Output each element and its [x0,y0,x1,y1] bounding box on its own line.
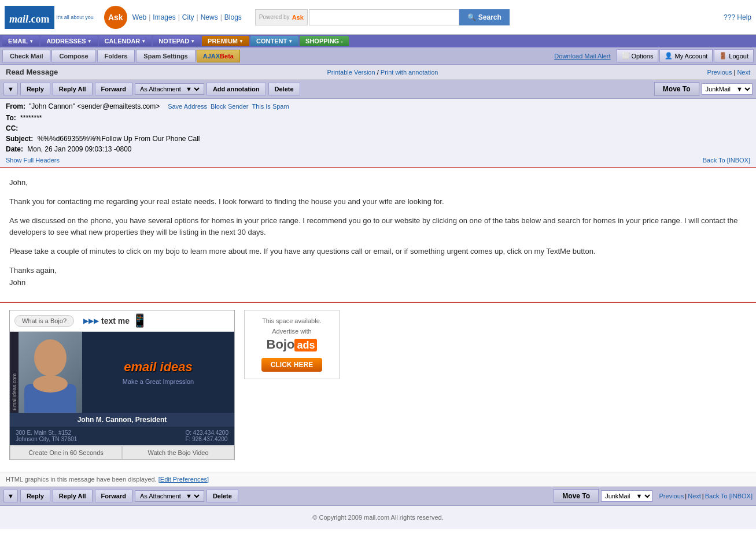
ask-logo[interactable]: Ask [104,6,127,29]
reply-all-button-top[interactable]: Reply All [53,83,93,95]
from-line: From: "John Cannon" <sender@emailtests.c… [6,102,750,110]
bojo-bottom-tabs: Create One in 60 Seconds Watch the Bojo … [10,445,234,460]
ads-text: ads [294,339,317,351]
options-icon: ⬜ [622,52,630,60]
create-one-tab[interactable]: Create One in 60 Seconds [10,446,122,460]
ajax-label: AJAX [203,53,220,60]
logo-tagline: it's all about you [57,14,94,20]
show-full-headers-link[interactable]: Show Full Headers [6,157,60,164]
city-state: Johnson City, TN 37601 [16,436,77,442]
action-bar-top: ▼ Reply Reply All Forward As Attachment … [0,80,756,99]
search-button[interactable]: 🔍 Search [459,9,510,25]
as-attachment-select-top[interactable]: ▼ [183,85,201,93]
logo-text: mail.com [9,8,50,27]
nav-notepad[interactable]: NOTEPAD ▼ [153,36,201,46]
address-info: 300 E. Main St., #152 Johnson City, TN 3… [16,430,77,442]
nav-premium[interactable]: PREMIUM ▼ [202,36,249,46]
sig-main-body: EmailIdeas.com email ideas Make a Great … [10,332,234,413]
flag-button-top[interactable]: ▼ [3,83,18,95]
flag-button-bottom[interactable]: ▼ [3,490,18,502]
nav-calendar[interactable]: CALENDAR ▼ [99,36,152,46]
address-bar: 300 E. Main St., #152 Johnson City, TN 3… [10,427,234,445]
nav-addresses[interactable]: ADDRESSES ▼ [40,36,97,46]
nav-web[interactable]: Web [132,13,146,21]
nav-shopping[interactable]: SHOPPING - [300,36,349,46]
search-input[interactable] [309,9,459,25]
ad-advertise-text: Advertise with [252,328,332,335]
reply-button-bottom[interactable]: Reply [20,490,50,502]
svg-point-0 [34,339,67,376]
body-para-5: Thanks again,John [9,265,747,289]
person-silhouette [19,332,82,413]
compose-button[interactable]: Compose [51,50,95,62]
delete-button-bottom[interactable]: Delete [206,490,238,502]
email-meta: From: "John Cannon" <sender@emailtests.c… [0,99,756,168]
this-is-spam-link[interactable]: This Is Spam [252,103,289,110]
date-label: Date: [6,145,23,153]
move-to-button-top[interactable]: Move To [654,82,699,96]
reply-all-button-bottom[interactable]: Reply All [53,490,93,502]
nav-city[interactable]: City [182,13,194,21]
nav-content[interactable]: CONTENT ▼ [250,36,298,46]
date-value: Mon, 26 Jan 2009 09:03:13 -0800 [27,145,131,153]
side-text: EmailIdeas.com [10,332,19,413]
my-account-button[interactable]: 👤 My Account [659,49,713,62]
block-sender-link[interactable]: Block Sender [211,103,248,110]
reply-button-top[interactable]: Reply [20,83,50,95]
bottom-back-inbox-link[interactable]: Back To [INBOX] [705,493,753,499]
junkmail-label-top: JunkMail [702,84,734,94]
body-para-3: As we discussed on the phone, you have s… [9,215,747,239]
click-here-button[interactable]: CLICK HERE [261,358,322,372]
edit-preferences-link[interactable]: [Edit Preferences] [158,476,209,483]
person-photo [19,332,82,413]
nav-images[interactable]: Images [153,13,175,21]
as-attachment-label-bottom: As Attachment [138,493,183,499]
read-header: Read Message Printable Version / Print w… [0,65,756,80]
watch-video-tab[interactable]: Watch the Bojo Video [122,446,234,460]
folders-button[interactable]: Folders [97,50,135,62]
fax-phone: F: 928.437.4200 [185,436,228,442]
print-with-annotation-link[interactable]: Print with annotation [381,69,438,76]
logout-button[interactable]: 🚪 Logout [714,49,754,62]
junkmail-select-bottom[interactable]: ▼ [634,492,652,500]
read-message-title: Read Message [6,68,58,76]
forward-button-bottom[interactable]: Forward [95,490,132,502]
logo: mail.com it's all about you [5,6,94,29]
bojo-text: Bojo [267,337,295,351]
to-row: To: ******** [6,113,750,123]
powered-by-logo: Ask [292,14,304,21]
spam-settings-button[interactable]: Spam Settings [136,50,195,62]
junkmail-select-top[interactable]: ▼ [734,85,752,93]
move-to-button-bottom[interactable]: Move To [554,489,599,503]
previous-link[interactable]: Previous [707,69,732,76]
back-to-inbox-link[interactable]: Back To [INBOX] [703,157,750,164]
bottom-next-link[interactable]: Next [688,493,701,499]
bottom-previous-link[interactable]: Previous [659,493,684,499]
footer: © Copyright 2009 mail.com All rights res… [0,506,756,529]
as-attachment-select-bottom[interactable]: ▼ [183,492,201,500]
make-impression-text: Make a Great Impression [123,378,194,385]
nav-blogs[interactable]: Blogs [224,13,242,21]
html-notice: HTML graphics in this message have been … [0,472,756,487]
add-annotation-button-top[interactable]: Add annotation [206,83,266,95]
as-attachment-area-top: As Attachment ▼ [135,83,204,95]
nav-news[interactable]: News [201,13,218,21]
printable-version-link[interactable]: Printable Version [327,69,375,76]
arrow-icons: ▶▶▶ [83,317,99,325]
forward-button-top[interactable]: Forward [95,83,132,95]
save-address-link[interactable]: Save Address [168,103,207,110]
ajax-beta-button[interactable]: AJAXBeta [197,50,240,62]
next-link[interactable]: Next [737,69,750,76]
check-mail-button[interactable]: Check Mail [2,50,50,62]
what-is-bojo-tab[interactable]: What is a Bojo? [14,315,74,327]
from-label: From: [6,102,25,110]
date-row: Date: Mon, 26 Jan 2009 09:03:13 -0800 [6,144,750,154]
search-btn-label: Search [478,13,501,21]
nav-email[interactable]: EMAIL ▼ [2,36,39,46]
download-mail-alert-link[interactable]: Download Mail Alert [554,53,610,60]
options-label: Options [632,53,654,60]
delete-button-top[interactable]: Delete [268,83,300,95]
options-button[interactable]: ⬜ Options [617,49,659,62]
help-link[interactable]: ??? Help [724,13,751,21]
action-bar-bottom: ▼ Reply Reply All Forward As Attachment … [0,487,756,506]
